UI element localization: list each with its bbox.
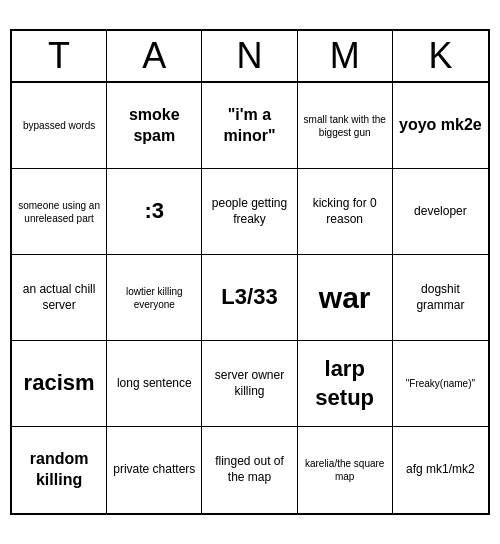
bingo-cell-21: private chatters	[107, 427, 202, 513]
bingo-cell-19: "Freaky(name)"	[393, 341, 488, 427]
header-row: TANMK	[12, 31, 488, 83]
bingo-cell-24: afg mk1/mk2	[393, 427, 488, 513]
bingo-grid: bypassed wordssmoke spam"i'm a minor"sma…	[12, 83, 488, 513]
bingo-cell-20: random killing	[12, 427, 107, 513]
bingo-cell-15: racism	[12, 341, 107, 427]
bingo-board: TANMK bypassed wordssmoke spam"i'm a min…	[10, 29, 490, 515]
bingo-cell-10: an actual chill server	[12, 255, 107, 341]
bingo-cell-12: L3/33	[202, 255, 297, 341]
bingo-cell-14: dogshit grammar	[393, 255, 488, 341]
bingo-cell-16: long sentence	[107, 341, 202, 427]
bingo-cell-23: karelia/the square map	[298, 427, 393, 513]
bingo-cell-8: kicking for 0 reason	[298, 169, 393, 255]
bingo-cell-3: small tank with the biggest gun	[298, 83, 393, 169]
header-letter-k: K	[393, 31, 488, 81]
bingo-cell-1: smoke spam	[107, 83, 202, 169]
bingo-cell-2: "i'm a minor"	[202, 83, 297, 169]
header-letter-m: M	[298, 31, 393, 81]
bingo-cell-4: yoyo mk2e	[393, 83, 488, 169]
bingo-cell-13: war	[298, 255, 393, 341]
bingo-cell-22: flinged out of the map	[202, 427, 297, 513]
header-letter-t: T	[12, 31, 107, 81]
bingo-cell-11: lowtier killing everyone	[107, 255, 202, 341]
bingo-cell-6: :3	[107, 169, 202, 255]
bingo-cell-9: developer	[393, 169, 488, 255]
bingo-cell-18: larp setup	[298, 341, 393, 427]
header-letter-a: A	[107, 31, 202, 81]
bingo-cell-7: people getting freaky	[202, 169, 297, 255]
bingo-cell-0: bypassed words	[12, 83, 107, 169]
bingo-cell-17: server owner killing	[202, 341, 297, 427]
header-letter-n: N	[202, 31, 297, 81]
bingo-cell-5: someone using an unreleased part	[12, 169, 107, 255]
